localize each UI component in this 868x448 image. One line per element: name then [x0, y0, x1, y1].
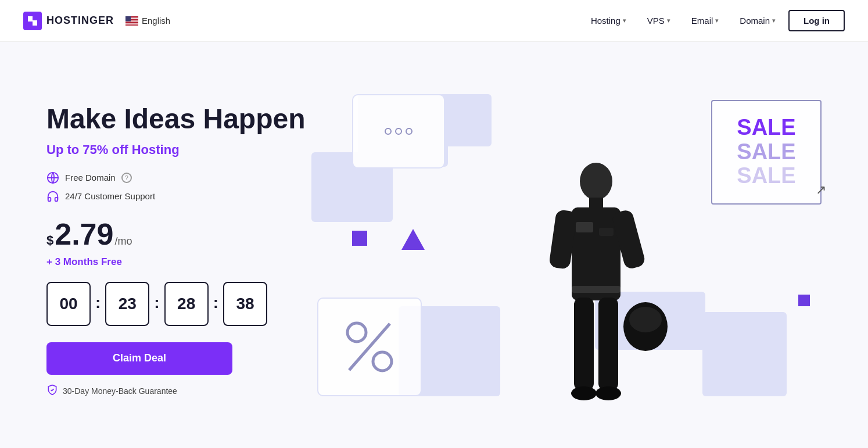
svg-rect-8 [125, 16, 131, 21]
countdown-sep-3: : [213, 293, 218, 312]
browser-dots [385, 128, 413, 135]
svg-point-10 [347, 323, 366, 342]
logo-icon [23, 12, 42, 30]
price-section: $ 2.79 /mo [46, 219, 306, 249]
chevron-down-icon: ▾ [667, 17, 670, 24]
svg-point-23 [596, 386, 621, 400]
countdown-centiseconds: 38 [223, 282, 267, 326]
countdown-sep-2: : [154, 293, 159, 312]
info-icon[interactable]: ? [121, 173, 132, 183]
chevron-down-icon: ▾ [715, 17, 719, 24]
price-period: /mo [114, 235, 132, 248]
pilot-svg [521, 152, 672, 408]
svg-line-12 [349, 324, 390, 370]
svg-rect-25 [599, 228, 614, 236]
shield-icon [46, 384, 58, 399]
countdown-minutes: 23 [105, 282, 149, 326]
hero-illustration: SALE SALE SALE ↗ [306, 94, 822, 408]
purple-triangle [401, 229, 425, 250]
purple-square-small [352, 231, 367, 246]
pilot-figure [515, 141, 677, 408]
logo-link[interactable]: HOSTINGER [23, 12, 114, 30]
chevron-down-icon: ▾ [623, 17, 626, 24]
percent-card [317, 298, 422, 396]
svg-point-13 [580, 163, 612, 200]
main-content: Make Ideas Happen Up to 75% off Hosting … [0, 42, 868, 448]
svg-rect-26 [572, 286, 620, 293]
browser-dot-1 [385, 128, 392, 135]
language-selector[interactable]: English [125, 16, 170, 26]
globe-icon [46, 171, 59, 184]
browser-card [352, 94, 445, 169]
features-list: Free Domain ? 24/7 Customer Support [46, 171, 306, 203]
language-label: English [142, 16, 170, 26]
feature-domain: Free Domain ? [46, 171, 306, 184]
svg-rect-6 [125, 23, 138, 24]
sale-line-2: SALE [737, 140, 795, 164]
login-button[interactable]: Log in [788, 10, 845, 31]
shape-6 [702, 312, 787, 396]
nav-vps[interactable]: VPS ▾ [639, 11, 679, 30]
nav-domain[interactable]: Domain ▾ [731, 11, 784, 30]
svg-point-22 [571, 386, 597, 400]
sale-line-1: SALE [737, 116, 795, 140]
svg-rect-21 [598, 298, 618, 390]
headset-icon [46, 190, 59, 203]
svg-point-19 [629, 307, 662, 332]
flag-icon [125, 16, 138, 26]
purple-square-br [798, 295, 810, 306]
chevron-down-icon: ▾ [772, 17, 776, 24]
svg-rect-20 [574, 298, 594, 390]
hero-subtitle: Up to 75% off Hosting [46, 142, 306, 157]
browser-dot-2 [395, 128, 402, 135]
hero-left: Make Ideas Happen Up to 75% off Hosting … [46, 103, 306, 398]
nav-email[interactable]: Email ▾ [683, 11, 727, 30]
countdown-sep-1: : [95, 293, 101, 312]
price-dollar: $ [46, 233, 53, 248]
claim-deal-button[interactable]: Claim Deal [46, 342, 232, 375]
countdown-hours: 00 [46, 282, 91, 326]
cursor-icon: ↗ [816, 182, 826, 198]
free-months: + 3 Months Free [46, 256, 306, 268]
nav-right: Hosting ▾ VPS ▾ Email ▾ Domain ▾ Log in [583, 10, 845, 31]
svg-rect-7 [125, 24, 138, 25]
hero-title: Make Ideas Happen [46, 103, 306, 135]
nav-left: HOSTINGER English [23, 12, 170, 30]
sale-line-3: SALE [737, 164, 795, 188]
nav-hosting[interactable]: Hosting ▾ [583, 11, 634, 30]
svg-point-11 [373, 352, 392, 371]
price-main: 2.79 [55, 219, 113, 249]
logo-text: HOSTINGER [46, 15, 114, 27]
browser-dot-3 [406, 128, 413, 135]
sale-card: SALE SALE SALE ↗ [711, 100, 822, 205]
countdown-timer: 00 : 23 : 28 : 38 [46, 282, 306, 326]
svg-rect-5 [125, 21, 138, 23]
svg-rect-24 [576, 222, 593, 232]
feature-support: 24/7 Customer Support [46, 190, 306, 203]
guarantee-label: 30-Day Money-Back Guarantee [63, 386, 177, 396]
navbar: HOSTINGER English Hosting ▾ VPS ▾ [0, 0, 868, 42]
guarantee: 30-Day Money-Back Guarantee [46, 384, 306, 399]
countdown-seconds: 28 [164, 282, 209, 326]
